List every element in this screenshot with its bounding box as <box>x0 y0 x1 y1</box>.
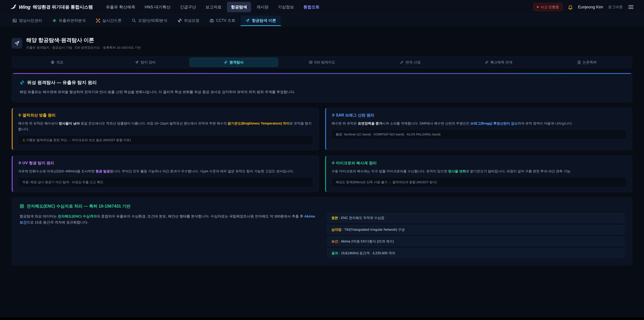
page-header: 해양 항공탐색·원격탐사 이론 유출유 원격탐지 · 항공감시 기법 · ESI… <box>12 37 632 50</box>
card-body: 석유계 탄화수소에 자외선(310~400nm)을 조사하면 형광 발광합니다.… <box>18 168 313 174</box>
magnifier-icon <box>132 18 136 23</box>
subnav-item-area-analysis[interactable]: 유출유면적분석 <box>48 16 90 26</box>
nav-item-reports[interactable]: 보고자료 <box>202 2 226 12</box>
nav-item-integrated-search[interactable]: 통합조회 <box>299 2 324 12</box>
nav-item-rescue[interactable]: 긴급구난 <box>176 2 200 12</box>
subnav-label: 항공탐색 이론 <box>252 18 276 23</box>
remote-sensing-intro-panel: 위성 원격탐사 — 유출유 탐지 원리 해양 유출유는 해수면에 유막을 형성하… <box>12 73 632 102</box>
tab-esi-map[interactable]: ESI 방제지도 <box>278 58 366 67</box>
principle-cards-grid: ① 열적외선 방출 원리 해수면 위 유막은 해수보다 방사율이 낮아 동일 온… <box>12 108 632 192</box>
photo-icon <box>12 18 17 23</box>
nav-item-weather[interactable]: 기상정보 <box>274 2 298 12</box>
tab-label: 개요 <box>56 60 64 65</box>
enc-title-text: 전자해도(ENC) 수심자료 처리 — 특허 10-1567431 기반 <box>27 203 131 209</box>
tab-label: 원격탐사 <box>230 60 244 65</box>
section-title: 위성 원격탐사 — 유출유 탐지 원리 <box>20 80 624 86</box>
section-title-text: 위성 원격탐사 — 유출유 탐지 원리 <box>27 80 97 86</box>
tab-diffusion-link[interactable]: 확산예측 연계 <box>454 58 543 67</box>
card-body: 수동 마이크로파 복사계는 지구 방출 마이크로파를 수신합니다. 유막이 있으… <box>332 168 626 174</box>
subnav-item-aerial-theory[interactable]: 항공탐색 이론 <box>241 16 281 26</box>
satellite-icon <box>224 60 228 64</box>
subnav-label: 유출유면적분석 <box>59 18 86 23</box>
tab-label: 논문특허 <box>582 60 597 65</box>
card-title: ③ UV 형광 탐지 원리 <box>18 160 313 166</box>
subnav-label: 영상사진관리 <box>19 18 42 23</box>
tab-overview[interactable]: 개요 <box>13 58 101 67</box>
nav-item-aerial-search[interactable]: 항공탐색 <box>227 2 251 12</box>
page-icon <box>12 38 22 49</box>
sub-navbar: 영상사진관리 유출유면적분석 실시간드론 오염/선박3D분석 위성요청 CCTV… <box>0 14 644 26</box>
globe-icon <box>51 60 54 64</box>
subnav-label: 위성요청 <box>184 18 200 23</box>
logout-button[interactable]: 로그아웃 <box>608 5 623 10</box>
tab-label: 면적 산정 <box>406 60 420 65</box>
card-note: ⚠ 구름은 열적외선을 완전 차단 → 마이크로파 보조 필요 (NGSST 융… <box>18 135 313 145</box>
asterisk-icon <box>52 18 57 23</box>
enc-title: 전자해도(ENC) 수심자료 처리 — 특허 10-1567431 기반 <box>20 203 624 209</box>
paper-plane-icon <box>245 18 250 23</box>
screen-edge-strip <box>0 317 644 320</box>
bell-icon <box>568 4 573 10</box>
subnav-item-photo-management[interactable]: 영상사진관리 <box>8 16 47 26</box>
brand[interactable]: Wing 해양환경 위기대응 통합시스템 <box>10 4 93 10</box>
tab-detection-equipment[interactable]: 탐지 장비 <box>101 58 190 67</box>
tab-remote-sensing[interactable]: 원격탐사 <box>190 58 278 67</box>
plane-icon <box>135 60 139 64</box>
subnav-label: 오염/선박3D분석 <box>138 18 167 23</box>
tab-area-calculation[interactable]: 면적 산정 <box>366 58 454 67</box>
subnav-item-cctv[interactable]: CCTV 조회 <box>205 16 240 26</box>
enc-row-result: 결과 : 15초(463m) 등간격 · 3,225,600 격자 <box>327 248 624 258</box>
card-body: 해수면 위 유막은 해수보다 방사율이 낮아 동일 온도에서도 적외선 방출량이… <box>18 121 313 132</box>
subnav-item-3d-analysis[interactable]: 오염/선박3D분석 <box>127 16 172 26</box>
hamburger-icon <box>628 4 634 10</box>
topnav-right: 사고 진행중 Eunjeong Kim 로그아웃 <box>533 3 634 11</box>
wing-logo-icon <box>10 4 16 10</box>
subnav-item-realtime-drone[interactable]: 실시간드론 <box>91 16 126 26</box>
card-sar-bragg: ② SAR 브래그 산란 원리 해수면 위 유막은 표면장력을 증가시켜 소파를… <box>325 108 632 150</box>
page-subtitle: 유출유 원격탐지 · 항공감시 기법 · ESI 방제정보지도 · 등록특허 1… <box>26 46 141 50</box>
enc-content: 항공탐색 좌표 데이터는 전자해도(ENC) 수심격자와 중첩되어 유출유의 수… <box>20 213 624 258</box>
status-dot-icon <box>537 6 539 8</box>
section-description: 해양 유출유는 해수면에 유막을 형성하여 전자기파 반사·방출·산란 특성을 … <box>20 89 624 95</box>
nav-item-hns[interactable]: HNS·대기확산 <box>140 2 174 12</box>
card-title: ① 열적외선 방출 원리 <box>18 113 313 118</box>
enc-depth-panel: 전자해도(ENC) 수심자료 처리 — 특허 10-1567431 기반 항공탐… <box>12 197 632 265</box>
satellite-icon <box>178 18 182 23</box>
incident-status-label: 사고 진행중 <box>540 5 559 10</box>
notifications-button[interactable] <box>568 4 573 10</box>
tab-label: ESI 방제지도 <box>314 60 335 65</box>
tab-papers-patents[interactable]: 논문특허 <box>543 58 631 67</box>
document-icon <box>577 60 581 64</box>
card-uv-fluorescence: ③ UV 형광 탐지 원리 석유계 탄화수소에 자외선(310~400nm)을 … <box>12 156 319 192</box>
enc-description: 항공탐색 좌표 데이터는 전자해도(ENC) 수심격자와 중첩되어 유출유의 수… <box>20 213 317 226</box>
tab-label: 탐지 장비 <box>140 60 156 65</box>
camera-icon <box>210 18 214 23</box>
subnav-item-satellite-request[interactable]: 위성요청 <box>173 16 204 26</box>
card-microwave-radiometer: ④ 마이크로파 복사계 원리 수동 마이크로파 복사계는 지구 방출 마이크로파… <box>325 156 632 192</box>
enc-process-rows: 원본 : ENC 전자해도 무작위 수심점 삼각망 : TIN(Triangul… <box>327 213 624 258</box>
nav-item-board[interactable]: 게시판 <box>252 2 272 12</box>
page-header-text: 해양 항공탐색·원격탐사 이론 유출유 원격탐지 · 항공감시 기법 · ESI… <box>26 37 141 50</box>
page-title: 해양 항공탐색·원격탐사 이론 <box>26 37 141 44</box>
incident-status-badge: 사고 진행중 <box>533 3 563 11</box>
main-menu: 유출유 확산예측 HNS·대기확산 긴급구난 보고자료 항공탐색 게시판 기상정… <box>102 2 324 12</box>
section-tabbar: 개요 탐지 장비 원격탐사 ESI 방제지도 면적 산정 확산예측 연계 논문특… <box>12 57 632 68</box>
card-thermal-infrared: ① 열적외선 방출 원리 해수면 위 유막은 해수보다 방사율이 낮아 동일 온… <box>12 108 319 150</box>
tab-label: 확산예측 연계 <box>490 60 512 65</box>
card-note: 해상도 한계(50km)로 단독 사용 불가 → 열적외선과 융합 (NGSST… <box>332 177 626 187</box>
grid-icon <box>20 204 24 208</box>
hamburger-menu-button[interactable] <box>628 4 634 10</box>
plane-icon <box>14 41 20 46</box>
card-body: 해수면 위 유막은 표면장력을 증가시켜 소파를 억제합니다. SAR에서 해수… <box>332 121 626 126</box>
top-navbar: Wing 해양환경 위기대응 통합시스템 유출유 확산예측 HNS·대기확산 긴… <box>0 0 644 14</box>
nav-item-oil-spread[interactable]: 유출유 확산예측 <box>102 2 139 12</box>
link-icon <box>485 60 488 64</box>
gradient-accent-bar <box>12 73 632 74</box>
map-icon <box>309 60 312 64</box>
card-note: 적용: 해경 감시 항공기 야간 탐색 · 비정상 유출 신고 확인 <box>18 177 313 187</box>
card-title: ② SAR 브래그 산란 원리 <box>332 113 626 118</box>
main-content: 해양 항공탐색·원격탐사 이론 유출유 원격탐지 · 항공감시 기법 · ESI… <box>0 37 644 265</box>
subnav-label: 실시간드론 <box>102 18 122 23</box>
enc-row-source: 원본 : ENC 전자해도 무작위 수심점 <box>327 213 624 222</box>
card-note: 활용: Sentinel-1(C-band) · KOMPSAT-5(X-ban… <box>332 130 626 139</box>
